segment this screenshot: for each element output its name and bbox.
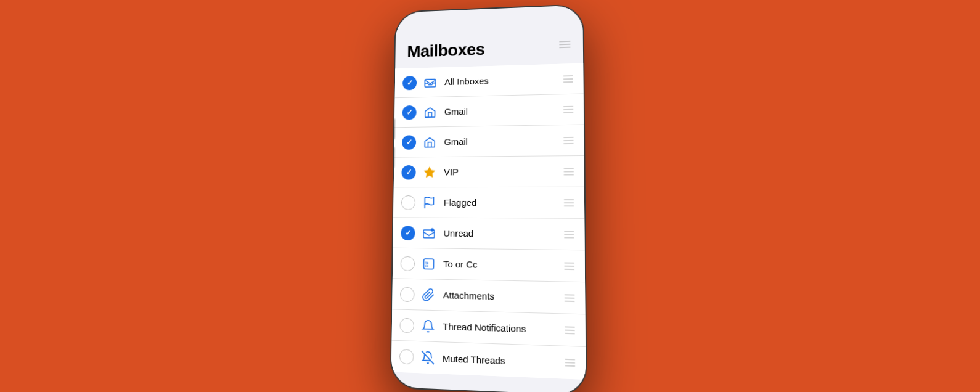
item-label-muted-threads: Muted Threads xyxy=(443,353,560,368)
envelope-badge-icon xyxy=(420,224,438,242)
svg-line-8 xyxy=(422,351,434,364)
checkbox-to-cc[interactable] xyxy=(400,255,416,271)
svg-text:TO: TO xyxy=(425,261,429,264)
check-empty-icon xyxy=(401,195,415,210)
phone-screen: Mailboxes xyxy=(391,5,586,392)
list-item[interactable]: Attachments xyxy=(392,279,585,314)
check-filled-icon xyxy=(402,105,417,120)
list-item[interactable]: TO CC To or Cc xyxy=(393,248,585,282)
drag-handle xyxy=(563,136,574,144)
svg-text:CC: CC xyxy=(425,264,429,267)
star-icon xyxy=(421,163,438,181)
paperclip-icon xyxy=(420,286,437,304)
envelope-open-icon-2 xyxy=(422,133,438,150)
bell-slash-icon xyxy=(419,348,436,367)
check-empty-icon xyxy=(399,349,414,364)
checkbox-muted-threads[interactable] xyxy=(399,348,415,365)
check-empty-icon xyxy=(400,287,415,302)
person-badge-icon: TO CC xyxy=(420,255,438,272)
drag-handle xyxy=(564,262,574,270)
check-filled-icon xyxy=(402,75,417,90)
power-button xyxy=(584,102,586,136)
phone-outer: Mailboxes xyxy=(391,5,586,392)
drag-line xyxy=(559,47,570,49)
checkbox-gmail-2[interactable] xyxy=(401,134,417,150)
page-title: Mailboxes xyxy=(407,40,484,61)
drag-handle xyxy=(565,359,575,367)
list-item[interactable]: Flagged xyxy=(393,187,584,219)
drag-handle xyxy=(564,231,574,238)
volume-up-button xyxy=(391,118,394,140)
drag-handle xyxy=(564,199,574,206)
bell-icon xyxy=(420,317,437,335)
drag-icon xyxy=(559,41,570,48)
list-item[interactable]: VIP xyxy=(394,156,584,187)
svg-marker-1 xyxy=(424,166,435,177)
phone-mockup: Mailboxes xyxy=(391,5,589,387)
item-label-unread: Unread xyxy=(443,228,559,240)
checkbox-vip[interactable] xyxy=(401,165,416,181)
volume-down-button xyxy=(391,147,394,168)
check-filled-icon xyxy=(401,226,415,240)
check-empty-icon xyxy=(401,256,415,271)
drag-line xyxy=(559,44,570,46)
check-empty-icon xyxy=(399,317,414,333)
drag-handle xyxy=(563,105,573,113)
item-label-to-cc: To or Cc xyxy=(443,259,559,271)
drag-line xyxy=(559,41,570,43)
check-filled-icon xyxy=(401,165,415,180)
mailbox-header: Mailboxes xyxy=(395,5,583,66)
list-item[interactable]: Muted Threads xyxy=(391,341,586,380)
flag-icon xyxy=(421,194,438,211)
item-label-attachments: Attachments xyxy=(443,290,560,303)
svg-point-4 xyxy=(431,228,434,232)
list-item[interactable]: Gmail xyxy=(394,125,584,158)
drag-handle xyxy=(563,75,573,83)
drag-handle xyxy=(563,168,574,175)
checkbox-flagged[interactable] xyxy=(401,195,416,211)
item-label-all-inboxes: All Inboxes xyxy=(444,74,558,87)
item-label-gmail-1: Gmail xyxy=(444,104,558,116)
inbox-icon xyxy=(422,74,439,91)
drag-handle xyxy=(565,294,575,302)
check-filled-icon xyxy=(402,135,416,150)
side-buttons-right xyxy=(584,90,586,144)
list-item[interactable]: Gmail xyxy=(394,94,584,128)
item-label-thread-notifications: Thread Notifications xyxy=(443,321,559,335)
item-label-vip: VIP xyxy=(444,166,558,177)
item-label-flagged: Flagged xyxy=(444,197,559,208)
item-label-gmail-2: Gmail xyxy=(444,135,558,147)
drag-handle xyxy=(565,326,575,334)
checkbox-thread-notifications[interactable] xyxy=(399,317,415,333)
checkbox-unread[interactable] xyxy=(400,225,415,241)
checkbox-all-inboxes[interactable] xyxy=(402,75,417,91)
envelope-open-icon xyxy=(422,104,438,121)
list-item[interactable]: All Inboxes xyxy=(395,63,584,98)
checkbox-attachments[interactable] xyxy=(399,286,415,303)
list-item[interactable]: Unread xyxy=(393,218,585,250)
checkbox-gmail-1[interactable] xyxy=(402,104,417,120)
mailbox-list: All Inboxes xyxy=(391,63,586,380)
header-drag-handle xyxy=(559,41,570,48)
screen-content: Mailboxes xyxy=(391,5,586,392)
